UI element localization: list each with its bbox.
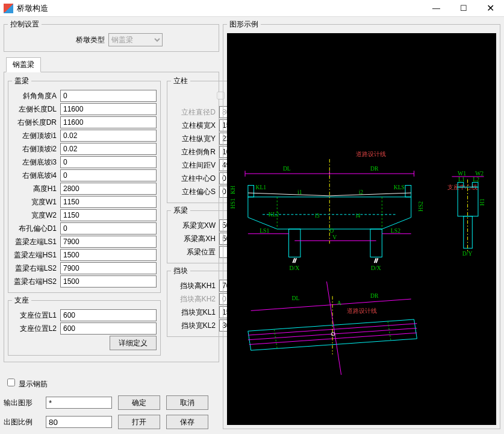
dlabel-road-line: 道路设计线: [356, 151, 386, 157]
dlabel-ls2: LS2: [391, 227, 400, 234]
pier-type-select[interactable]: 钢盖梁: [108, 33, 163, 46]
right-dr-input[interactable]: [60, 116, 157, 128]
seat-l2-input[interactable]: [60, 322, 157, 335]
tab-header: 钢盖梁: [4, 54, 219, 72]
titlebar: 桥墩构造 — ☐ ✕: [0, 0, 504, 17]
col-x-label: 立柱横宽X: [171, 121, 219, 131]
dlabel-i4: i4: [356, 212, 361, 219]
dlabel-dr: DR: [370, 165, 379, 172]
close-button[interactable]: ✕: [477, 0, 504, 17]
dlabel-kh1: KH: [229, 186, 236, 194]
tab-steel-cap[interactable]: 钢盖梁: [6, 57, 41, 72]
dlabel-i2: i2: [359, 189, 364, 195]
right-i2-input[interactable]: [60, 143, 157, 155]
seat-l1-input[interactable]: [60, 309, 157, 321]
width-w2-label: 宽度W2: [12, 210, 60, 221]
column-legend: 立柱: [171, 76, 190, 86]
cap-hs1-label: 盖梁左端HS1: [12, 250, 60, 260]
svg-line-36: [326, 281, 341, 375]
diagram-legend: 图形示例: [227, 19, 261, 30]
pier-type-label: 桥墩类型: [60, 35, 108, 45]
seat-l1-label: 支座位置L1: [12, 310, 60, 321]
window-title: 桥墩构造: [17, 3, 423, 14]
svg-line-32: [249, 333, 417, 344]
show-rebar-checkbox[interactable]: [7, 379, 15, 386]
dlabel-o: O: [329, 227, 334, 234]
left-i3-input[interactable]: [60, 156, 157, 168]
block-kh1-label: 挡块高KH1: [171, 281, 219, 291]
control-legend: 控制设置: [8, 19, 42, 30]
tab-body: 盖梁 斜角角度A 左侧长度DL 右侧长度DR 左侧顶坡i1 右侧顶坡i2 左侧底…: [4, 72, 219, 362]
width-w1-label: 宽度W1: [12, 197, 60, 207]
col-s-label: 立柱偏心S: [171, 187, 219, 197]
cap-beam-group: 盖梁 斜角角度A 左侧长度DL 右侧长度DR 左侧顶坡i1 右侧顶坡i2 左侧底…: [8, 76, 161, 293]
block-legend: 挡块: [171, 266, 190, 276]
dlabel-a: A: [337, 300, 341, 306]
seat-group: 支座 支座位置L1 支座位置L2 详细定义: [8, 295, 161, 356]
dlabel-ls1: LS1: [260, 227, 269, 234]
svg-rect-25: [458, 187, 478, 216]
diagram-group: 图形示例 道路设计线 DL DR KL1 KLS: [223, 19, 500, 429]
cap-ls1-input[interactable]: [60, 236, 157, 248]
width-w1-input[interactable]: [60, 196, 157, 208]
dlabel-i3: i3: [315, 212, 320, 219]
col-y-label: 立柱纵宽Y: [171, 134, 219, 144]
width-w2-input[interactable]: [60, 209, 157, 221]
cap-legend: 盖梁: [12, 76, 31, 86]
right-i2-label: 右侧顶坡i2: [12, 144, 60, 154]
block-kl1-label: 挡块宽KL1: [171, 307, 219, 318]
left-i3-label: 左侧底坡i3: [12, 157, 60, 168]
svg-rect-5: [248, 185, 254, 197]
height-h1-label: 高度H1: [12, 184, 60, 194]
cancel-button[interactable]: 取消: [166, 395, 208, 410]
scale-input[interactable]: [46, 416, 112, 428]
svg-line-34: [388, 321, 391, 340]
seat-detail-button[interactable]: 详细定义: [110, 336, 157, 350]
height-h1-input[interactable]: [60, 183, 157, 195]
ok-button[interactable]: 确定: [118, 395, 160, 410]
angle-a-label: 斜角角度A: [12, 91, 60, 101]
minimize-button[interactable]: —: [423, 0, 450, 17]
left-dl-input[interactable]: [60, 103, 157, 115]
output-graphic-input[interactable]: [46, 397, 112, 409]
right-i4-label: 右侧底坡i4: [12, 171, 60, 181]
save-button[interactable]: 保存: [166, 415, 208, 429]
app-icon: [4, 4, 13, 13]
hole-d1-input[interactable]: [60, 222, 157, 234]
col-o-label: 立柱中心O: [171, 174, 219, 184]
dlabel-hs1: HS1: [229, 198, 236, 209]
left-i1-input[interactable]: [60, 130, 157, 142]
show-rebar-label: 显示钢筋: [19, 380, 48, 388]
scale-label: 出图比例: [4, 417, 40, 427]
seat-l2-label: 支座位置L2: [12, 324, 60, 334]
dlabel-l2: L2: [473, 176, 479, 183]
cap-hs1-input[interactable]: [60, 249, 157, 261]
dlabel-kl2: KL2: [269, 211, 279, 218]
left-i1-label: 左侧顶坡i1: [12, 131, 60, 141]
dlabel-dx2: D/X: [371, 265, 381, 271]
diagram-canvas: 道路设计线 DL DR KL1 KLS i1 i2: [227, 33, 496, 425]
cap-ls2-label: 盖梁右端LS2: [12, 263, 60, 274]
svg-line-33: [274, 329, 277, 348]
right-i4-input[interactable]: [60, 169, 157, 181]
output-graphic-label: 输出图形: [4, 398, 40, 408]
cap-ls2-input[interactable]: [60, 262, 157, 274]
block-kh2-label: 挡块高KH2: [171, 294, 219, 304]
dlabel-dl2: DL: [291, 295, 299, 301]
tie-legend: 系梁: [171, 206, 190, 216]
tie-pos-label: 系梁位置: [171, 247, 219, 257]
block-kl2-label: 挡块宽KL2: [171, 321, 219, 331]
maximize-button[interactable]: ☐: [450, 0, 477, 17]
col-v-label: 立柱间距V: [171, 160, 219, 171]
left-dl-label: 左侧长度DL: [12, 104, 60, 115]
dlabel-h1: H1: [479, 198, 485, 206]
svg-rect-13: [370, 229, 382, 257]
control-settings-group: 控制设置 桥墩类型 钢盖梁: [4, 19, 219, 52]
angle-a-input[interactable]: [60, 90, 157, 102]
dlabel-dx1: D/X: [290, 265, 300, 271]
dlabel-l1: L1: [458, 176, 465, 183]
open-button[interactable]: 打开: [118, 415, 160, 429]
dlabel-dr2: DR: [370, 292, 379, 299]
tie-xw-label: 系梁宽XW: [171, 221, 219, 231]
cap-hs2-input[interactable]: [60, 275, 157, 288]
